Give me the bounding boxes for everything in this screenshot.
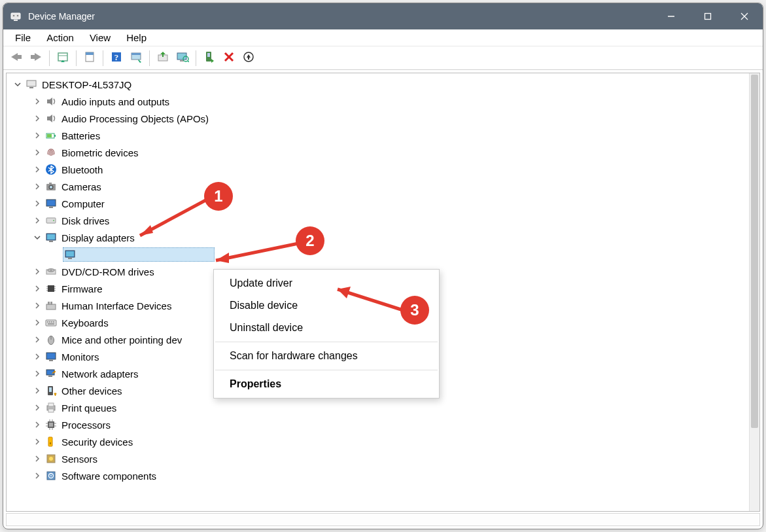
- svg-rect-70: [47, 321, 48, 323]
- tree-device-selected[interactable]: [9, 246, 749, 263]
- tree-category-label: DVD/CD-ROM drives: [61, 266, 154, 277]
- chevron-right-icon[interactable]: [31, 436, 43, 448]
- scan-hardware-button[interactable]: [173, 49, 192, 67]
- menu-view[interactable]: View: [82, 31, 118, 44]
- tree-category-label: Batteries: [61, 130, 100, 141]
- uninstall-device-button[interactable]: [239, 49, 258, 67]
- annotation-badge-1: 1: [204, 182, 233, 211]
- selected-device[interactable]: [63, 247, 215, 262]
- chevron-right-icon[interactable]: [31, 368, 43, 380]
- tree-category[interactable]: Disk drives: [9, 212, 749, 229]
- tree-category[interactable]: Security devices: [9, 433, 749, 450]
- svg-rect-51: [49, 241, 53, 242]
- tree-category-label: Biometric devices: [61, 147, 139, 158]
- tree-category-label: Audio inputs and outputs: [61, 96, 169, 107]
- tree-category[interactable]: Computer: [9, 195, 749, 212]
- chevron-right-icon[interactable]: [31, 317, 43, 328]
- svg-rect-78: [49, 360, 53, 361]
- tree-category-label: Network adapters: [61, 368, 139, 380]
- svg-point-58: [50, 270, 52, 271]
- close-button[interactable]: [726, 3, 763, 29]
- statusbar: [6, 513, 760, 526]
- tree-category[interactable]: Sensors: [9, 450, 749, 467]
- vertical-scrollbar[interactable]: [749, 73, 759, 511]
- toolbar-separator: [76, 50, 77, 66]
- tree-category[interactable]: Print queues: [9, 399, 749, 416]
- chevron-right-icon[interactable]: [31, 419, 43, 431]
- tree-category-label: Human Interface Devices: [61, 300, 171, 311]
- keyboard-icon: [44, 316, 58, 329]
- svg-rect-83: [49, 387, 52, 392]
- chevron-down-icon[interactable]: [12, 79, 24, 90]
- optical-drive-icon: [44, 265, 58, 278]
- tree-category[interactable]: Bluetooth: [9, 161, 749, 178]
- chevron-right-icon[interactable]: [31, 266, 43, 277]
- chevron-right-icon[interactable]: [31, 113, 43, 124]
- tree-category[interactable]: Software components: [9, 467, 749, 484]
- chevron-right-icon[interactable]: [31, 385, 43, 397]
- chevron-right-icon[interactable]: [31, 164, 43, 175]
- help-button[interactable]: ?: [107, 49, 126, 67]
- forward-button[interactable]: [27, 49, 45, 67]
- annotation-arrow-2: [201, 239, 306, 272]
- computer-icon: [25, 78, 38, 91]
- chevron-right-icon[interactable]: [31, 198, 43, 209]
- tree-category[interactable]: Processors: [9, 416, 749, 433]
- chevron-right-icon[interactable]: [31, 130, 43, 141]
- chevron-right-icon[interactable]: [31, 470, 43, 482]
- enable-device-button[interactable]: [200, 49, 218, 67]
- tree-root[interactable]: DESKTOP-4L537JQ: [9, 76, 749, 93]
- device-properties-button[interactable]: [127, 49, 145, 67]
- tree-category[interactable]: Cameras: [9, 178, 749, 195]
- tree-root-label: DESKTOP-4L537JQ: [42, 79, 131, 90]
- chevron-right-icon[interactable]: [31, 96, 43, 107]
- svg-rect-71: [49, 321, 50, 323]
- scrollbar-thumb[interactable]: [751, 75, 758, 428]
- svg-marker-9: [31, 53, 41, 61]
- chevron-right-icon[interactable]: [31, 351, 43, 363]
- properties-toolbar-button[interactable]: [80, 49, 99, 67]
- tree-category[interactable]: Batteries: [9, 127, 749, 144]
- tree-category-label: Software components: [61, 470, 156, 482]
- chevron-right-icon[interactable]: [31, 147, 43, 158]
- toolbar-separator: [149, 50, 150, 66]
- titlebar[interactable]: Device Manager: [3, 3, 763, 29]
- tree-category[interactable]: Display adapters: [9, 229, 749, 246]
- chevron-right-icon[interactable]: [31, 300, 43, 311]
- menu-action[interactable]: Action: [39, 31, 82, 44]
- forward-icon: [29, 52, 43, 64]
- svg-rect-27: [207, 53, 210, 57]
- chevron-right-icon[interactable]: [31, 283, 43, 294]
- chevron-down-icon[interactable]: [31, 232, 43, 243]
- context-menu-separator: [215, 370, 438, 370]
- tree-category-label: Computer: [61, 198, 105, 209]
- disable-device-button[interactable]: [220, 49, 238, 67]
- tree-category-label: Disk drives: [61, 215, 109, 226]
- chevron-right-icon[interactable]: [31, 334, 43, 346]
- chevron-right-icon[interactable]: [31, 215, 43, 226]
- menu-help[interactable]: Help: [118, 31, 154, 44]
- chevron-right-icon[interactable]: [31, 402, 43, 414]
- display-adapter-icon: [44, 231, 58, 244]
- svg-point-44: [50, 186, 52, 188]
- tree-category[interactable]: Audio inputs and outputs: [9, 93, 749, 110]
- svg-rect-10: [58, 53, 67, 61]
- context-menu-separator: [215, 342, 438, 342]
- network-icon: [44, 367, 58, 380]
- tree-category[interactable]: Biometric devices: [9, 144, 749, 161]
- toolbar-separator: [103, 50, 103, 66]
- back-button[interactable]: [7, 49, 26, 67]
- maximize-button[interactable]: [689, 3, 726, 29]
- menu-file[interactable]: File: [7, 31, 39, 44]
- properties-toolbar-icon: [84, 51, 96, 65]
- context-properties[interactable]: Properties: [214, 373, 439, 395]
- chevron-right-icon[interactable]: [31, 453, 43, 465]
- show-hidden-button[interactable]: [54, 49, 72, 67]
- update-driver-toolbar-button[interactable]: [154, 49, 172, 67]
- device-manager-window: Device Manager File Action View Help ?: [3, 3, 763, 529]
- svg-marker-81: [54, 370, 56, 373]
- chevron-right-icon[interactable]: [31, 181, 43, 192]
- context-scan-hardware[interactable]: Scan for hardware changes: [214, 345, 439, 367]
- tree-category[interactable]: Audio Processing Objects (APOs): [9, 110, 749, 127]
- minimize-button[interactable]: [653, 3, 689, 29]
